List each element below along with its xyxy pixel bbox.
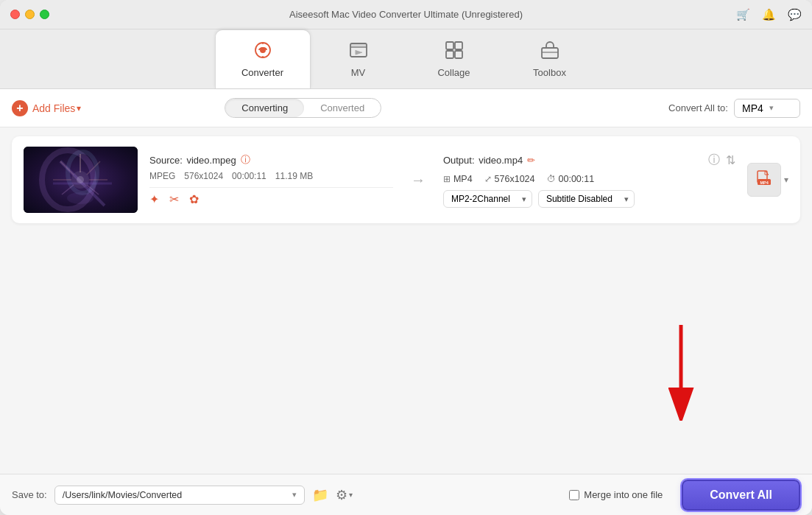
clock-icon: ⏱ [547, 174, 556, 184]
output-info: Output: video.mp4 ✏ ⓘ ⇅ ⊞ MP4 [443, 153, 735, 208]
arrow-section: → [405, 172, 431, 189]
format-badge-icon: MP4 [756, 170, 772, 190]
add-files-label: Add Files [32, 102, 75, 114]
file-meta: MPEG 576x1024 00:00:11 11.19 MB [149, 171, 393, 188]
toolbox-icon [540, 41, 559, 64]
svg-rect-7 [446, 51, 453, 58]
tab-bar: Converter MV [0, 29, 812, 89]
merge-label: Merge into one file [584, 489, 663, 500]
converter-svg [253, 41, 272, 60]
file-codec: MPEG [149, 171, 175, 181]
file-info: Source: video.mpeg ⓘ MPEG 576x1024 00:00… [149, 153, 393, 206]
save-to-label: Save to: [12, 489, 47, 500]
window-title: Aiseesoft Mac Video Converter Ultimate (… [289, 9, 523, 20]
tab-collage[interactable]: Collage [406, 29, 502, 88]
bell-icon[interactable]: 🔔 [762, 8, 776, 21]
source-label: Source: video.mpeg [149, 155, 236, 166]
settings-button[interactable]: ⚙ ▾ [336, 487, 353, 503]
titlebar: Aiseesoft Mac Video Converter Ultimate (… [0, 0, 812, 29]
bottom-bar: Save to: /Users/link/Movies/Converted ▾ … [0, 474, 812, 515]
svg-rect-3 [350, 43, 367, 47]
file-item: Source: video.mpeg ⓘ MPEG 576x1024 00:00… [12, 136, 800, 223]
file-actions: ✦ ✂ ✿ [149, 192, 393, 206]
save-path-select[interactable]: /Users/link/Movies/Converted ▾ [54, 486, 305, 505]
audio-channel-select[interactable]: MP2-2Channel [443, 190, 532, 208]
thumbnail-svg [24, 147, 138, 213]
output-info-button[interactable]: ⓘ [708, 153, 720, 168]
mv-svg [349, 41, 368, 60]
minimize-button[interactable] [25, 10, 35, 19]
audio-channel-wrapper: MP2-2Channel [443, 190, 532, 208]
output-resolution: 576x1024 [495, 174, 535, 184]
svg-rect-9 [542, 48, 558, 58]
resolution-icon: ⤢ [484, 174, 492, 184]
format-badge-dropdown[interactable]: ▾ [784, 175, 788, 185]
collage-svg [445, 41, 464, 60]
convert-all-button[interactable]: Convert All [682, 480, 800, 511]
subtitle-wrapper: Subtitle Disabled [538, 190, 635, 208]
tab-collage-label: Collage [437, 67, 470, 78]
effects-button[interactable]: ✦ [149, 192, 159, 206]
chat-icon[interactable]: 💬 [788, 8, 802, 21]
format-icon: ⊞ [443, 174, 451, 184]
format-selected-value: MP4 [742, 102, 763, 114]
file-size: 11.19 MB [275, 171, 313, 181]
collage-icon [445, 41, 464, 64]
merge-checkbox-area: Merge into one file [569, 489, 663, 500]
settings-icon: ⚙ [336, 487, 347, 503]
output-duration-item: ⏱ 00:00:11 [547, 174, 595, 184]
output-name-row: Output: video.mp4 ✏ [443, 155, 535, 166]
toolbox-svg [540, 41, 559, 60]
tab-mv[interactable]: MV [311, 29, 406, 88]
traffic-lights [10, 10, 49, 19]
cart-icon[interactable]: 🛒 [736, 8, 750, 21]
convert-all-to-label: Convert All to: [668, 102, 728, 113]
arrow-indicator [659, 325, 703, 421]
svg-rect-5 [446, 42, 453, 49]
close-button[interactable] [10, 10, 20, 19]
source-info-icon[interactable]: ⓘ [241, 153, 250, 167]
format-badge-area: MP4 ▾ [747, 163, 788, 197]
converting-converted-tabs: Converting Converted [225, 98, 381, 118]
output-label: Output: video.mp4 [443, 155, 523, 166]
output-edit-icon[interactable]: ✏ [527, 155, 535, 166]
file-source-row: Source: video.mpeg ⓘ [149, 153, 393, 167]
output-selects: MP2-2Channel Subtitle Disabled [443, 190, 735, 208]
folder-button[interactable]: 📁 [312, 487, 328, 503]
file-duration: 00:00:11 [232, 171, 266, 181]
tab-toolbox[interactable]: Toolbox [502, 29, 598, 88]
output-format: MP4 [453, 174, 473, 184]
cut-button[interactable]: ✂ [169, 192, 179, 206]
add-files-dropdown-button[interactable]: ▾ [77, 103, 81, 113]
color-button[interactable]: ✿ [189, 192, 199, 206]
thumbnail [24, 147, 138, 213]
convert-arrow-icon: → [411, 172, 426, 189]
tab-converter[interactable]: Converter [215, 29, 311, 88]
file-resolution: 576x1024 [184, 171, 223, 181]
converted-tab[interactable]: Converted [304, 99, 381, 117]
svg-point-1 [261, 48, 265, 52]
merge-checkbox[interactable] [569, 490, 579, 500]
svg-rect-6 [455, 42, 462, 49]
output-resolution-item: ⤢ 576x1024 [484, 174, 535, 184]
tab-mv-label: MV [351, 67, 366, 78]
svg-text:MP4: MP4 [760, 181, 769, 185]
converter-icon [253, 41, 272, 64]
svg-point-17 [77, 176, 84, 183]
add-files-button[interactable]: + Add Files [12, 100, 75, 116]
format-dropdown-arrow: ▾ [769, 103, 774, 113]
output-sort-button[interactable]: ⇅ [726, 153, 735, 168]
tab-toolbox-label: Toolbox [533, 67, 566, 78]
subtitle-select[interactable]: Subtitle Disabled [538, 190, 635, 208]
app-window: Aiseesoft Mac Video Converter Ultimate (… [0, 0, 812, 515]
maximize-button[interactable] [40, 10, 49, 19]
settings-dropdown-icon: ▾ [349, 491, 353, 499]
converting-tab[interactable]: Converting [225, 99, 304, 117]
format-select[interactable]: MP4 ▾ [734, 99, 800, 118]
output-row-top: Output: video.mp4 ✏ ⓘ ⇅ [443, 153, 735, 168]
format-badge: MP4 [747, 163, 781, 197]
svg-rect-8 [455, 51, 462, 58]
plus-icon: + [12, 100, 28, 116]
output-format-item: ⊞ MP4 [443, 174, 473, 184]
output-meta: ⊞ MP4 ⤢ 576x1024 ⏱ 00:00:11 [443, 174, 735, 184]
